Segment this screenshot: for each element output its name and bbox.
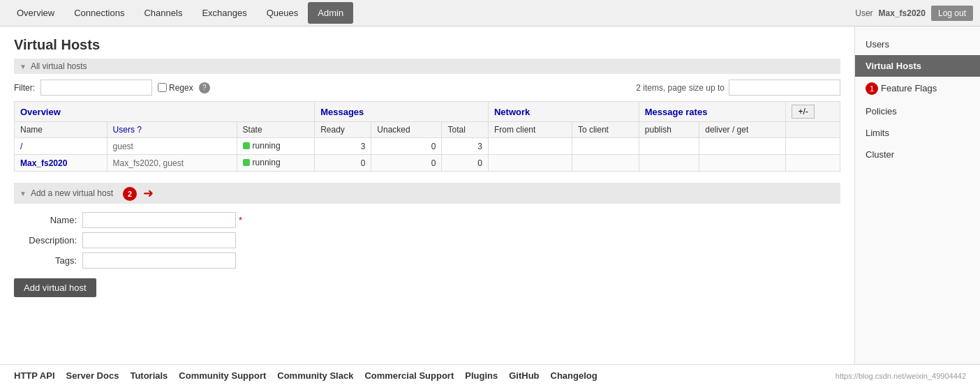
sidebar-item-users[interactable]: Users [855, 33, 980, 55]
table-row: / guest running 3 0 3 [15, 138, 840, 155]
add-vhost-button[interactable]: Add virtual host [14, 278, 96, 297]
col-from-client: From client [488, 122, 572, 138]
tags-input[interactable] [82, 252, 236, 269]
logout-button[interactable]: Log out [931, 6, 973, 21]
collapse-triangle[interactable]: ▼ [20, 63, 27, 70]
page-size-input[interactable]: 100 [729, 80, 840, 96]
sidebar-item-virtual-hosts[interactable]: Virtual Hosts [855, 55, 980, 77]
col-users: Users ? [107, 122, 237, 138]
cell-ready: 0 [315, 155, 371, 172]
footer-link-community-slack[interactable]: Community Slack [277, 370, 353, 381]
top-nav: Overview Connections Channels Exchanges … [0, 0, 980, 27]
footer: HTTP APIServer DocsTutorialsCommunity Su… [0, 364, 980, 386]
col-total: Total [442, 122, 489, 138]
filter-input[interactable] [40, 80, 152, 96]
footer-link-plugins[interactable]: Plugins [465, 370, 498, 381]
footer-link-github[interactable]: GitHub [509, 370, 539, 381]
sidebar-item-policies[interactable]: Policies [855, 100, 980, 122]
cell-unacked: 0 [371, 155, 442, 172]
group-overview: Overview [15, 102, 315, 122]
nav-exchanges[interactable]: Exchanges [192, 2, 256, 24]
description-form-row: Description: [14, 232, 840, 248]
add-collapse-triangle[interactable]: ▼ [20, 190, 27, 197]
filter-row: Filter: Regex ? 2 items, page size up to… [14, 80, 840, 96]
page-size-info: 2 items, page size up to 100 [636, 80, 840, 96]
user-info: User Max_fs2020 Log out [855, 6, 973, 21]
cell-ready: 3 [315, 138, 371, 155]
vhosts-table: Overview Messages Network Message rates … [14, 101, 840, 172]
footer-link-community-support[interactable]: Community Support [179, 370, 266, 381]
username: Max_fs2020 [879, 8, 926, 18]
cell-name[interactable]: Max_fs2020 [15, 155, 107, 172]
footer-link-server-docs[interactable]: Server Docs [66, 370, 119, 381]
footer-link-changelog[interactable]: Changelog [551, 370, 597, 381]
add-vhost-section: ▼ Add a new virtual host 2 ➜ [14, 183, 840, 204]
cell-deliver-get [699, 155, 786, 172]
cell-to-client [572, 155, 639, 172]
user-label: User [855, 8, 873, 18]
col-ready: Ready [315, 122, 371, 138]
footer-link-commercial-support[interactable]: Commercial Support [364, 370, 454, 381]
cell-from-client [488, 155, 572, 172]
group-network: Network [488, 102, 639, 122]
col-unacked: Unacked [371, 122, 442, 138]
cell-deliver-get [699, 138, 786, 155]
cell-unacked: 0 [371, 138, 442, 155]
name-form-row: Name: * [14, 212, 840, 228]
plus-minus-button[interactable]: +/- [792, 105, 814, 119]
table-row: Max_fs2020 Max_fs2020, guest running 0 0… [15, 155, 840, 172]
col-extra [786, 122, 840, 138]
tags-form-row: Tags: [14, 252, 840, 269]
arrow-annotation-2: 2 ➜ [123, 186, 154, 201]
description-label: Description: [14, 235, 77, 246]
sidebar: UsersVirtual Hosts1Feature FlagsPolicies… [854, 27, 980, 364]
cell-extra [786, 155, 840, 172]
sidebar-item-cluster[interactable]: Cluster [855, 144, 980, 165]
name-label: Name: [14, 215, 77, 225]
nav-overview[interactable]: Overview [7, 2, 64, 24]
required-star: * [239, 215, 242, 225]
nav-connections[interactable]: Connections [64, 2, 134, 24]
sidebar-item-limits[interactable]: Limits [855, 122, 980, 144]
page-size-text: 2 items, page size up to [636, 83, 725, 93]
nav-queues[interactable]: Queues [257, 2, 309, 24]
filter-label: Filter: [14, 83, 35, 93]
content-area: Virtual Hosts ▼ All virtual hosts Filter… [0, 27, 854, 364]
cell-total: 0 [442, 155, 489, 172]
cell-state: running [237, 138, 315, 155]
main-layout: Virtual Hosts ▼ All virtual hosts Filter… [0, 27, 980, 364]
group-messages: Messages [315, 102, 489, 122]
name-input[interactable] [82, 212, 236, 228]
help-button[interactable]: ? [199, 82, 210, 93]
nav-admin[interactable]: Admin [308, 2, 353, 24]
all-vhosts-section: ▼ All virtual hosts [14, 59, 840, 74]
col-name: Name [15, 122, 107, 138]
cell-users: guest [107, 138, 237, 155]
footer-link-tutorials[interactable]: Tutorials [130, 370, 168, 381]
cell-publish [639, 138, 699, 155]
sidebar-item-feature-flags[interactable]: 1Feature Flags [855, 77, 980, 100]
col-publish: publish [639, 122, 699, 138]
tags-label: Tags: [14, 255, 77, 266]
cell-to-client [572, 138, 639, 155]
regex-label[interactable]: Regex [158, 83, 193, 93]
cell-extra [786, 138, 840, 155]
section-all-label: All virtual hosts [31, 61, 87, 71]
cell-publish [639, 155, 699, 172]
url-hint: https://blog.csdn.net/weixin_49904442 [836, 372, 966, 380]
nav-channels[interactable]: Channels [134, 2, 192, 24]
col-deliver-get: deliver / get [699, 122, 786, 138]
plus-minus-cell: +/- [786, 102, 840, 122]
cell-name[interactable]: / [15, 138, 107, 155]
add-section-label: Add a new virtual host [31, 188, 113, 198]
regex-checkbox[interactable] [158, 83, 167, 92]
cell-from-client [488, 138, 572, 155]
cell-total: 3 [442, 138, 489, 155]
group-message-rates: Message rates [639, 102, 786, 122]
footer-link-http-api[interactable]: HTTP API [14, 370, 55, 381]
description-input[interactable] [82, 232, 236, 248]
cell-state: running [237, 155, 315, 172]
cell-users: Max_fs2020, guest [107, 155, 237, 172]
col-state: State [237, 122, 315, 138]
page-title: Virtual Hosts [14, 37, 840, 53]
